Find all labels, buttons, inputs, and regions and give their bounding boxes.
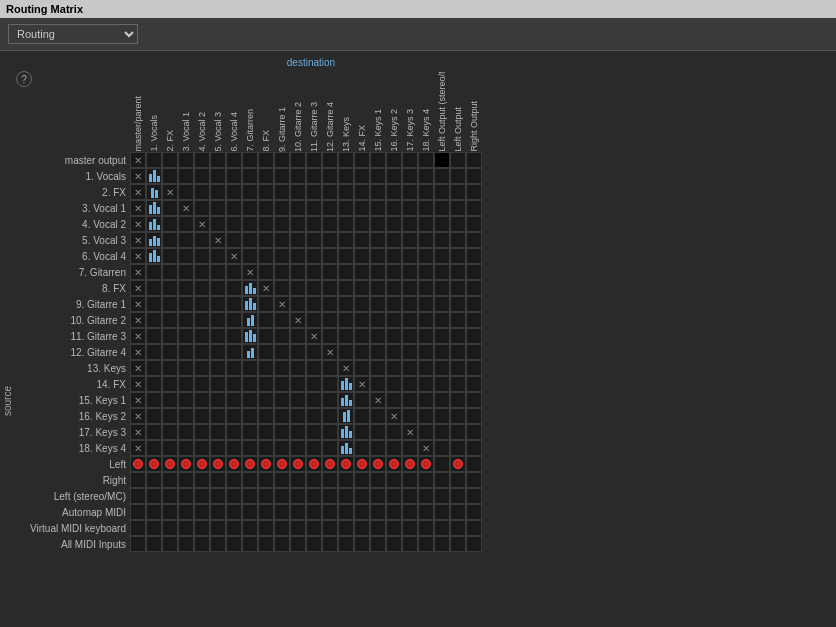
cell-7-16[interactable] bbox=[386, 264, 402, 280]
cell-1-5[interactable] bbox=[210, 168, 226, 184]
cell-1-17[interactable] bbox=[402, 168, 418, 184]
cell-8-8[interactable] bbox=[258, 280, 274, 296]
cell-17-5[interactable] bbox=[210, 424, 226, 440]
cell-21-8[interactable] bbox=[258, 488, 274, 504]
cell-13-2[interactable] bbox=[162, 360, 178, 376]
cell-6-19[interactable] bbox=[434, 248, 450, 264]
cell-0-10[interactable] bbox=[290, 152, 306, 168]
cell-10-14[interactable] bbox=[354, 312, 370, 328]
cell-19-15[interactable] bbox=[370, 456, 386, 472]
cell-8-20[interactable] bbox=[450, 280, 466, 296]
cell-0-16[interactable] bbox=[386, 152, 402, 168]
cell-24-17[interactable] bbox=[402, 536, 418, 552]
cell-16-19[interactable] bbox=[434, 408, 450, 424]
cell-18-5[interactable] bbox=[210, 440, 226, 456]
cell-4-8[interactable] bbox=[258, 216, 274, 232]
cell-23-0[interactable] bbox=[130, 520, 146, 536]
cell-23-8[interactable] bbox=[258, 520, 274, 536]
cell-14-8[interactable] bbox=[258, 376, 274, 392]
cell-5-4[interactable] bbox=[194, 232, 210, 248]
cell-3-3[interactable] bbox=[178, 200, 194, 216]
cell-4-16[interactable] bbox=[386, 216, 402, 232]
cell-12-11[interactable] bbox=[306, 344, 322, 360]
cell-2-5[interactable] bbox=[210, 184, 226, 200]
cell-19-17[interactable] bbox=[402, 456, 418, 472]
cell-4-15[interactable] bbox=[370, 216, 386, 232]
cell-21-11[interactable] bbox=[306, 488, 322, 504]
cell-16-21[interactable] bbox=[466, 408, 482, 424]
cell-11-9[interactable] bbox=[274, 328, 290, 344]
cell-23-4[interactable] bbox=[194, 520, 210, 536]
cell-5-18[interactable] bbox=[418, 232, 434, 248]
cell-23-7[interactable] bbox=[242, 520, 258, 536]
cell-15-9[interactable] bbox=[274, 392, 290, 408]
cell-3-21[interactable] bbox=[466, 200, 482, 216]
cell-8-6[interactable] bbox=[226, 280, 242, 296]
cell-9-8[interactable] bbox=[258, 296, 274, 312]
cell-17-21[interactable] bbox=[466, 424, 482, 440]
cell-11-2[interactable] bbox=[162, 328, 178, 344]
cell-7-2[interactable] bbox=[162, 264, 178, 280]
cell-12-16[interactable] bbox=[386, 344, 402, 360]
cell-22-21[interactable] bbox=[466, 504, 482, 520]
cell-13-20[interactable] bbox=[450, 360, 466, 376]
cell-10-17[interactable] bbox=[402, 312, 418, 328]
cell-23-5[interactable] bbox=[210, 520, 226, 536]
cell-0-20[interactable] bbox=[450, 152, 466, 168]
cell-20-19[interactable] bbox=[434, 472, 450, 488]
cell-18-14[interactable] bbox=[354, 440, 370, 456]
cell-1-14[interactable] bbox=[354, 168, 370, 184]
cell-3-2[interactable] bbox=[162, 200, 178, 216]
cell-7-8[interactable] bbox=[258, 264, 274, 280]
cell-16-9[interactable] bbox=[274, 408, 290, 424]
cell-19-6[interactable] bbox=[226, 456, 242, 472]
cell-0-17[interactable] bbox=[402, 152, 418, 168]
cell-17-6[interactable] bbox=[226, 424, 242, 440]
cell-19-14[interactable] bbox=[354, 456, 370, 472]
cell-23-19[interactable] bbox=[434, 520, 450, 536]
cell-19-2[interactable] bbox=[162, 456, 178, 472]
cell-15-19[interactable] bbox=[434, 392, 450, 408]
cell-4-7[interactable] bbox=[242, 216, 258, 232]
cell-18-16[interactable] bbox=[386, 440, 402, 456]
cell-12-6[interactable] bbox=[226, 344, 242, 360]
cell-19-18[interactable] bbox=[418, 456, 434, 472]
cell-13-13[interactable] bbox=[338, 360, 354, 376]
cell-23-20[interactable] bbox=[450, 520, 466, 536]
cell-24-4[interactable] bbox=[194, 536, 210, 552]
cell-19-20[interactable] bbox=[450, 456, 466, 472]
cell-16-20[interactable] bbox=[450, 408, 466, 424]
cell-19-8[interactable] bbox=[258, 456, 274, 472]
cell-17-9[interactable] bbox=[274, 424, 290, 440]
cell-6-8[interactable] bbox=[258, 248, 274, 264]
cell-15-13[interactable] bbox=[338, 392, 354, 408]
cell-11-11[interactable] bbox=[306, 328, 322, 344]
cell-23-11[interactable] bbox=[306, 520, 322, 536]
cell-8-13[interactable] bbox=[338, 280, 354, 296]
cell-7-0[interactable] bbox=[130, 264, 146, 280]
cell-11-4[interactable] bbox=[194, 328, 210, 344]
cell-8-18[interactable] bbox=[418, 280, 434, 296]
cell-22-10[interactable] bbox=[290, 504, 306, 520]
cell-2-19[interactable] bbox=[434, 184, 450, 200]
cell-16-4[interactable] bbox=[194, 408, 210, 424]
cell-2-2[interactable] bbox=[162, 184, 178, 200]
cell-2-20[interactable] bbox=[450, 184, 466, 200]
cell-2-7[interactable] bbox=[242, 184, 258, 200]
cell-1-18[interactable] bbox=[418, 168, 434, 184]
cell-1-3[interactable] bbox=[178, 168, 194, 184]
cell-14-4[interactable] bbox=[194, 376, 210, 392]
cell-0-18[interactable] bbox=[418, 152, 434, 168]
cell-19-10[interactable] bbox=[290, 456, 306, 472]
cell-21-14[interactable] bbox=[354, 488, 370, 504]
cell-5-7[interactable] bbox=[242, 232, 258, 248]
cell-17-11[interactable] bbox=[306, 424, 322, 440]
cell-11-17[interactable] bbox=[402, 328, 418, 344]
cell-20-16[interactable] bbox=[386, 472, 402, 488]
cell-8-1[interactable] bbox=[146, 280, 162, 296]
cell-1-1[interactable] bbox=[146, 168, 162, 184]
cell-2-3[interactable] bbox=[178, 184, 194, 200]
cell-8-14[interactable] bbox=[354, 280, 370, 296]
cell-3-0[interactable] bbox=[130, 200, 146, 216]
cell-5-17[interactable] bbox=[402, 232, 418, 248]
